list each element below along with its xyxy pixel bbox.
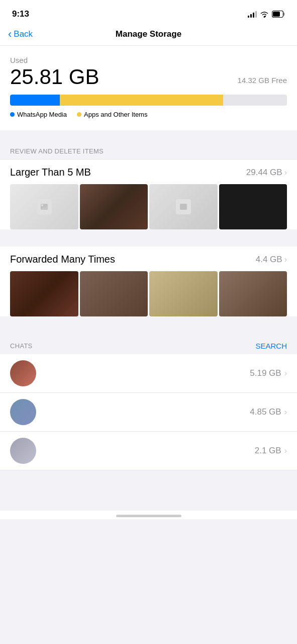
chat-size-3: 2.1 GB: [255, 446, 281, 456]
larger-5mb-thumbnails: [10, 184, 287, 229]
fwd-thumb-2: [80, 271, 148, 316]
chat-info-2: 4.85 GB ›: [43, 407, 287, 417]
thumb-2: [80, 184, 148, 229]
fwd-thumb-4: [219, 271, 287, 316]
chat-info-1: 5.19 GB ›: [43, 368, 287, 378]
chevron-icon-chat-3: ›: [284, 446, 287, 455]
battery-icon: [272, 11, 285, 18]
free-amount: 14.32 GB Free: [238, 76, 287, 88]
larger-than-5mb-size: 29.44 GB: [246, 168, 282, 178]
progress-apps: [60, 95, 223, 106]
wifi-icon: [260, 11, 269, 18]
legend-whatsapp: WhatsApp Media: [10, 111, 67, 118]
chevron-icon-chat-2: ›: [284, 408, 287, 417]
section-gap-3: [0, 324, 297, 334]
back-chevron-icon: ‹: [8, 29, 12, 40]
chat-size-1: 5.19 GB: [250, 368, 281, 378]
chevron-icon-1: ›: [284, 168, 287, 177]
status-bar: 9:13: [0, 0, 297, 25]
chat-row-3[interactable]: 2.1 GB ›: [0, 432, 297, 470]
thumb-3: [149, 184, 218, 229]
larger-than-5mb-title: Larger Than 5 MB: [10, 167, 91, 178]
photo-icon-1: [37, 199, 52, 214]
svg-point-6: [41, 204, 43, 206]
chevron-icon-2: ›: [284, 255, 287, 264]
status-icons: [248, 11, 285, 18]
nav-bar: ‹ Back Manage Storage: [0, 25, 297, 46]
home-bar: [116, 515, 181, 517]
legend-apps-label: Apps and Other Items: [84, 111, 147, 118]
fwd-thumb-3: [149, 271, 218, 316]
forwarded-thumbnails: [10, 271, 287, 316]
storage-section: Used 25.81 GB 14.32 GB Free WhatsApp Med…: [0, 46, 297, 130]
larger-than-5mb-header[interactable]: Larger Than 5 MB 29.44 GB ›: [10, 167, 287, 178]
larger-than-5mb-item[interactable]: Larger Than 5 MB 29.44 GB ›: [0, 159, 297, 229]
legend-dot-yellow: [77, 112, 81, 117]
section-gap-2: [0, 236, 297, 247]
progress-whatsapp: [10, 95, 60, 106]
svg-rect-3: [273, 12, 280, 17]
signal-icon: [248, 11, 257, 18]
home-indicator: [0, 511, 297, 519]
larger-than-5mb-size-row: 29.44 GB ›: [246, 168, 287, 178]
chevron-icon-chat-1: ›: [284, 369, 287, 378]
chats-section: CHATS SEARCH 5.19 GB › 4.85 GB › 2.1 GB …: [0, 334, 297, 470]
legend-whatsapp-label: WhatsApp Media: [17, 111, 67, 118]
chat-size-2: 4.85 GB: [250, 407, 281, 417]
bottom-spacer: [0, 470, 297, 511]
fwd-thumb-1: [10, 271, 78, 316]
storage-legend: WhatsApp Media Apps and Other Items: [10, 111, 287, 120]
legend-apps: Apps and Other Items: [77, 111, 147, 118]
back-button[interactable]: ‹ Back: [8, 29, 33, 40]
chat-avatar-2: [10, 399, 36, 425]
forwarded-size: 4.4 GB: [256, 255, 282, 265]
thumb-4: [219, 184, 287, 229]
used-label: Used: [10, 56, 287, 64]
svg-rect-2: [283, 13, 285, 16]
forwarded-many-times-item[interactable]: Forwarded Many Times 4.4 GB ›: [0, 247, 297, 316]
chats-label: CHATS: [10, 342, 33, 350]
search-button[interactable]: SEARCH: [255, 342, 287, 350]
photo-icon-3: [176, 199, 191, 214]
status-time: 9:13: [12, 9, 29, 19]
chats-header: CHATS SEARCH: [0, 334, 297, 354]
section-gap-1: [0, 130, 297, 140]
chat-info-3: 2.1 GB ›: [43, 446, 287, 456]
forwarded-title: Forwarded Many Times: [10, 254, 115, 265]
chat-avatar-3: [10, 438, 36, 464]
back-label: Back: [14, 29, 33, 39]
legend-dot-blue: [10, 112, 15, 117]
used-amount: 25.81 GB: [10, 66, 99, 88]
storage-row: 25.81 GB 14.32 GB Free: [10, 66, 287, 88]
chat-avatar-1: [10, 360, 36, 386]
svg-rect-9: [180, 204, 187, 210]
chat-row-1[interactable]: 5.19 GB ›: [0, 354, 297, 393]
svg-point-0: [264, 16, 265, 18]
forwarded-header[interactable]: Forwarded Many Times 4.4 GB ›: [10, 254, 287, 265]
section-header-review: REVIEW AND DELETE ITEMS: [0, 140, 297, 159]
chat-row-2[interactable]: 4.85 GB ›: [0, 393, 297, 432]
nav-title: Manage Storage: [116, 29, 181, 39]
thumb-1: [10, 184, 78, 229]
forwarded-size-row: 4.4 GB ›: [256, 255, 287, 265]
storage-progress-bar: [10, 95, 287, 106]
